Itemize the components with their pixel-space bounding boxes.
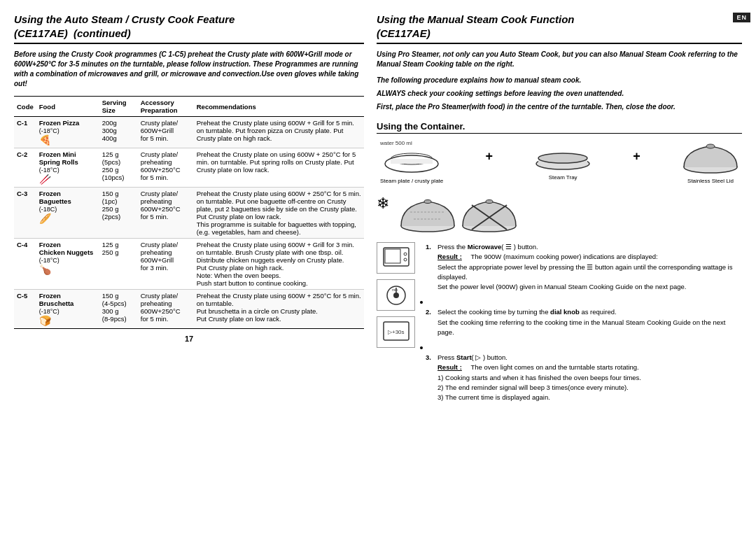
steel-lid-shape — [682, 139, 738, 176]
step3-body: Press Start( ▷ ) button. Result : The ov… — [438, 353, 742, 402]
row-0-accessory: Crusty plate/600W+Grillfor 5 min. — [138, 117, 194, 148]
row-1-accessory: Crusty plate/preheating600W+250°Cfor 5 m… — [138, 148, 194, 188]
assembled-left — [400, 191, 456, 233]
bullet1 — [420, 297, 742, 304]
svg-text:min: min — [392, 288, 398, 292]
row-0-food: Frozen Pizza(-18°C)🍕 — [36, 117, 99, 148]
row-2-accessory: Crusty plate/preheating600W+250°Cfor 5 m… — [138, 188, 194, 239]
table-row: C-3FrozenBaguettes(-18C)🥖150 g(1pc)250 g… — [14, 188, 364, 239]
row-4-code: C-5 — [14, 290, 36, 329]
svg-point-9 — [424, 200, 431, 204]
right-intro2: The following procedure explains how to … — [377, 76, 742, 85]
row-2-rec: Preheat the Crusty plate using 600W + 25… — [194, 188, 364, 239]
header-food: Food — [36, 97, 99, 117]
row-3-serving: 125 g250 g — [99, 239, 138, 290]
assembled-right — [461, 191, 517, 233]
food-table: Code Food ServingSize AccessoryPreparati… — [14, 96, 364, 329]
step1-num: 1. — [426, 242, 434, 292]
svg-text:▷+30s: ▷+30s — [388, 329, 405, 335]
row-4-rec: Preheat the Crusty plate using 600W + 25… — [194, 290, 364, 329]
bullet-dot2 — [420, 346, 423, 349]
row-3-rec: Preheat the Crusty plate using 600W + Gr… — [194, 239, 364, 290]
bottom-diagrams: ❄ — [377, 191, 742, 233]
dial-icon: min — [382, 283, 410, 307]
start-icon: ▷+30s — [382, 320, 410, 344]
right-intro4: First, place the Pro Steamer(with food) … — [377, 102, 742, 112]
row-1-code: C-2 — [14, 148, 36, 188]
steam-tray-label: Steam Tray — [549, 174, 578, 181]
steam-plate-shape — [384, 146, 440, 176]
step3-num: 3. — [426, 353, 434, 402]
step1-result-label: Result : — [438, 252, 469, 262]
row-2-food: FrozenBaguettes(-18C)🥖 — [36, 188, 99, 239]
steam-tray-item: Steam Tray — [535, 143, 591, 181]
page-number: 17 — [14, 335, 364, 343]
row-0-serving: 200g300g400g — [99, 117, 138, 148]
plus1: + — [485, 149, 493, 164]
step-icons: min ▷+30s — [377, 242, 419, 408]
right-intro1: Using Pro Steamer, not only can you Auto… — [377, 50, 742, 69]
row-1-rec: Preheat the Crusty plate on using 600W +… — [194, 148, 364, 188]
left-column: Using the Auto Steam / Crusty Cook Featu… — [14, 13, 364, 527]
bullet2 — [420, 343, 742, 349]
table-row: C-2Frozen MiniSpring Rolls(-18°C)🥢125 g(… — [14, 148, 364, 188]
steel-lid-label: Stainless Steel Lid — [687, 178, 734, 184]
steam-plate-label: Steam plate / crusty plate — [380, 178, 443, 184]
table-row: C-5FrozenBruschetta(-18°C)🍞150 g(4-5pcs)… — [14, 290, 364, 329]
row-0-code: C-1 — [14, 117, 36, 148]
bullet-dot1 — [420, 301, 423, 304]
water-label: water 500 ml — [380, 140, 443, 146]
svg-point-5 — [538, 153, 587, 163]
right-section-title: Using the Manual Steam Cook Function(CE1… — [377, 13, 742, 44]
svg-point-7 — [706, 144, 715, 148]
header-code: Code — [14, 97, 36, 117]
steam-tray-shape — [535, 143, 591, 172]
step1-body: Press the Microwave( ☰ ) button. Result … — [438, 242, 742, 292]
svg-rect-2 — [391, 159, 433, 164]
step3-bold: Start — [456, 353, 472, 361]
plus2: + — [633, 149, 640, 164]
step1-icon-box — [377, 242, 415, 274]
en-badge: EN — [733, 13, 750, 22]
table-row: C-4FrozenChicken Nuggets(-18°C)🍗125 g250… — [14, 239, 364, 290]
row-2-code: C-3 — [14, 188, 36, 239]
snowflake-icon: ❄ — [377, 195, 389, 213]
svg-rect-17 — [385, 249, 400, 263]
header-accessory: AccessoryPreparation — [138, 97, 194, 117]
steam-plate-item: Steam plate / crusty plate — [380, 146, 443, 184]
step1-bold: Microwave — [468, 243, 502, 251]
row-0-rec: Preheat the Crusty plate using 600W + Gr… — [194, 117, 364, 148]
step2-bold: dial knob — [550, 308, 580, 316]
row-3-code: C-4 — [14, 239, 36, 290]
step2: 2. Select the cooking time by turning th… — [426, 307, 742, 337]
row-1-food: Frozen MiniSpring Rolls(-18°C)🥢 — [36, 148, 99, 188]
row-4-serving: 150 g(4-5pcs)300 g(8-9pcs) — [99, 290, 138, 329]
steps-area: min ▷+30s 1. Press the Microwave( ☰ ) bu — [377, 242, 742, 408]
row-4-accessory: Crusty plate/preheating600W+250°Cfor 5 m… — [138, 290, 194, 329]
right-intro3: ALWAYS check your cooking settings befor… — [377, 89, 742, 99]
water-label-area: water 500 ml Steam plate / crusty plate — [380, 140, 443, 184]
microwave-icon — [382, 246, 410, 270]
step3-result-label: Result : — [438, 363, 469, 372]
step2-num: 2. — [426, 307, 434, 337]
svg-point-19 — [404, 258, 407, 261]
page: EN Using the Auto Steam / Crusty Cook Fe… — [0, 0, 756, 534]
assembled-diagram — [400, 191, 517, 233]
steps-text-area: 1. Press the Microwave( ☰ ) button. Resu… — [426, 242, 742, 408]
diagram-area: water 500 ml Steam plate / crusty plate … — [377, 139, 742, 184]
svg-point-13 — [486, 200, 493, 204]
row-3-accessory: Crusty plate/preheating600W+Grillfor 3 m… — [138, 239, 194, 290]
step2-body: Select the cooking time by turning the d… — [438, 307, 742, 337]
step3-icon-box: ▷+30s — [377, 316, 415, 348]
header-serving: ServingSize — [99, 97, 138, 117]
svg-point-18 — [404, 253, 407, 255]
left-intro: Before using the Crusty Cook programmes … — [14, 50, 364, 89]
header-rec: Recommendations — [194, 97, 364, 117]
table-row: C-1Frozen Pizza(-18°C)🍕200g300g400gCrust… — [14, 117, 364, 148]
row-2-serving: 150 g(1pc)250 g(2pcs) — [99, 188, 138, 239]
row-3-food: FrozenChicken Nuggets(-18°C)🍗 — [36, 239, 99, 290]
left-section-title: Using the Auto Steam / Crusty Cook Featu… — [14, 13, 364, 44]
row-4-food: FrozenBruschetta(-18°C)🍞 — [36, 290, 99, 329]
step1: 1. Press the Microwave( ☰ ) button. Resu… — [426, 242, 742, 292]
step2-icon-box: min — [377, 279, 415, 311]
